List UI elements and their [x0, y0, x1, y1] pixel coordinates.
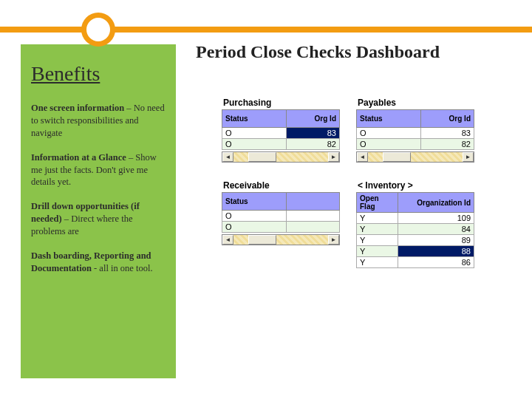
panel-title: Payables — [356, 98, 474, 108]
scroll-thumb[interactable] — [383, 152, 411, 162]
benefit-item: Information at a Glance – Show me just t… — [31, 151, 166, 189]
table-row: Y88 — [357, 246, 474, 257]
benefit-item: Dash boarding, Reporting and Documentati… — [31, 250, 166, 275]
table-row: O82 — [222, 139, 340, 150]
col-status: Status — [222, 110, 287, 128]
scroll-track[interactable] — [233, 152, 328, 162]
receivable-table: Status O O — [222, 192, 340, 233]
panel-purchasing: Purchasing Status Org Id O83 O82 ◄ ► — [222, 98, 340, 163]
col-org: Org Id — [421, 110, 474, 128]
table-row: Y89 — [357, 235, 474, 246]
scroll-right-icon[interactable]: ► — [328, 235, 339, 245]
scroll-thumb[interactable] — [248, 152, 276, 162]
panel-payables: Payables Status Org Id O83 O82 ◄ ► — [356, 98, 474, 163]
table-row: O82 — [357, 139, 474, 150]
table-row: O — [222, 211, 340, 222]
panel-title: Receivable — [222, 180, 340, 191]
table-row: O — [222, 222, 340, 233]
benefit-item: Drill down opportunities (if needed) – D… — [31, 200, 166, 238]
accent-rule — [0, 27, 532, 33]
col-status: Status — [222, 193, 287, 211]
horizontal-scrollbar[interactable]: ◄ ► — [222, 234, 340, 245]
table-row: Y86 — [357, 257, 474, 268]
col-open-flag: Open Flag — [357, 193, 398, 213]
table-row: O83 — [222, 128, 340, 139]
panel-title: < Inventory > — [356, 180, 474, 191]
sidebar-heading: Benefits — [31, 62, 166, 86]
col-org: Org Id — [287, 110, 340, 128]
benefits-sidebar: Benefits One screen information – No nee… — [21, 44, 176, 378]
purchasing-table: Status Org Id O83 O82 — [222, 109, 340, 150]
scroll-left-icon[interactable]: ◄ — [222, 235, 233, 245]
ring-icon — [81, 13, 115, 47]
panel-receivable: Receivable Status O O ◄ ► — [222, 180, 340, 268]
page-title: Period Close Checks Dashboard — [196, 42, 440, 62]
scroll-thumb[interactable] — [248, 235, 276, 245]
col-status: Status — [357, 110, 421, 128]
horizontal-scrollbar[interactable]: ◄ ► — [222, 151, 340, 163]
inventory-table: Open Flag Organization Id Y109 Y84 Y89 Y… — [356, 192, 474, 268]
col-organization-id: Organization Id — [398, 193, 474, 213]
horizontal-scrollbar[interactable]: ◄ ► — [356, 151, 474, 163]
scroll-right-icon[interactable]: ► — [463, 152, 474, 162]
table-row: O83 — [357, 128, 474, 139]
scroll-left-icon[interactable]: ◄ — [222, 152, 233, 162]
scroll-left-icon[interactable]: ◄ — [357, 152, 368, 162]
benefit-item: One screen information – No need to swit… — [31, 102, 166, 140]
dashboard-panels: Purchasing Status Org Id O83 O82 ◄ ► Pay… — [222, 98, 517, 268]
scroll-track[interactable] — [368, 152, 463, 162]
table-row: Y109 — [357, 213, 474, 224]
scroll-right-icon[interactable]: ► — [328, 152, 339, 162]
panel-inventory: < Inventory > Open Flag Organization Id … — [356, 180, 474, 268]
scroll-track[interactable] — [233, 235, 328, 245]
payables-table: Status Org Id O83 O82 — [356, 109, 474, 150]
table-row: Y84 — [357, 224, 474, 235]
col-org — [287, 193, 340, 211]
panel-title: Purchasing — [222, 98, 340, 108]
